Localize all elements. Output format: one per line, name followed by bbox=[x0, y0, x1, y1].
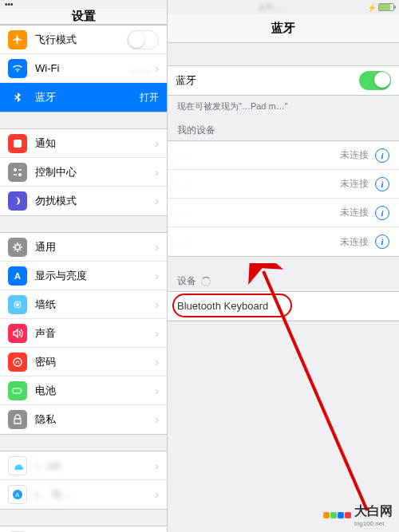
sidebar-item-display[interactable]: A显示与亮度› bbox=[0, 262, 167, 290]
status-time: 上午… bbox=[258, 2, 282, 13]
chevron-right-icon: › bbox=[155, 459, 159, 472]
paired-device-row[interactable]: … 未连接 i bbox=[168, 199, 399, 227]
sidebar-item-passcode[interactable]: 密码› bbox=[0, 348, 167, 376]
spinner-icon bbox=[201, 277, 211, 286]
charging-icon: ⚡ bbox=[367, 3, 377, 12]
chevron-right-icon: › bbox=[155, 62, 159, 75]
svg-point-7 bbox=[14, 358, 22, 366]
sidebar-label: i…ud bbox=[35, 459, 150, 471]
paired-device-row[interactable]: … 未连接 i bbox=[168, 141, 399, 170]
sidebar-item-wallpaper[interactable]: 墙纸› bbox=[0, 290, 167, 319]
carrier-dots: ••• bbox=[5, 0, 14, 9]
sidebar-item-mail[interactable]: 邮…、通讯录、日历› bbox=[0, 526, 167, 532]
bluetooth-label: 蓝牙 bbox=[176, 73, 359, 88]
bluetooth-toggle-row[interactable]: 蓝牙 bbox=[168, 66, 399, 95]
display-icon: A bbox=[8, 266, 27, 286]
chevron-right-icon: › bbox=[155, 166, 159, 179]
bluetooth-toggle-on[interactable] bbox=[359, 71, 391, 90]
device-name: … bbox=[177, 207, 340, 219]
chevron-right-icon: › bbox=[155, 384, 159, 397]
found-device-row[interactable]: Bluetooth Keyboard bbox=[168, 292, 399, 321]
svg-point-3 bbox=[15, 245, 20, 250]
airplane-toggle[interactable] bbox=[127, 30, 159, 49]
sidebar-label: 勿扰模式 bbox=[35, 194, 150, 208]
chevron-right-icon: › bbox=[155, 270, 159, 282]
info-icon[interactable]: i bbox=[375, 206, 389, 220]
sidebar-item-bluetooth[interactable]: 蓝牙打开 bbox=[0, 83, 167, 112]
svg-point-2 bbox=[18, 173, 22, 176]
sidebar-item-sound[interactable]: 声音› bbox=[0, 319, 167, 348]
paired-device-row[interactable]: … 未连接 i bbox=[168, 227, 399, 256]
info-icon[interactable]: i bbox=[375, 234, 389, 249]
sidebar-label: 隐私 bbox=[35, 412, 150, 427]
sidebar-label: 声音 bbox=[35, 326, 150, 341]
status-bar-left: ••• bbox=[0, 0, 167, 9]
sidebar-value: 打开 bbox=[140, 91, 159, 104]
chevron-right-icon: › bbox=[155, 298, 159, 311]
appstore-icon: A bbox=[8, 485, 27, 504]
airplane-icon bbox=[8, 30, 27, 49]
sound-icon bbox=[8, 324, 27, 343]
icloud-icon bbox=[8, 456, 27, 475]
sidebar-label: 电池 bbox=[35, 384, 150, 398]
chevron-right-icon: › bbox=[155, 488, 159, 501]
svg-rect-9 bbox=[22, 390, 22, 392]
wifi-icon bbox=[8, 59, 27, 78]
info-icon[interactable]: i bbox=[375, 148, 389, 163]
devices-header: 设备 bbox=[177, 274, 196, 288]
privacy-icon bbox=[8, 410, 27, 429]
device-name: … bbox=[177, 236, 340, 248]
sidebar-item-icloud[interactable]: i…ud› bbox=[0, 451, 167, 480]
sidebar-item-notif[interactable]: 通知› bbox=[0, 129, 167, 158]
sidebar-label: 通知 bbox=[35, 136, 150, 151]
sidebar-item-privacy[interactable]: 隐私› bbox=[0, 405, 167, 434]
paired-device-row[interactable]: … 未连接 i bbox=[168, 170, 399, 199]
device-status: 未连接 bbox=[340, 206, 369, 219]
device-name: … bbox=[177, 178, 340, 190]
passcode-icon bbox=[8, 353, 27, 372]
sidebar-label: 通用 bbox=[35, 240, 150, 254]
info-icon[interactable]: i bbox=[375, 177, 389, 191]
control-icon bbox=[8, 163, 27, 182]
chevron-right-icon: › bbox=[155, 195, 159, 207]
watermark-brand: 大白网 bbox=[354, 504, 393, 518]
battery-icon bbox=[378, 3, 394, 11]
general-icon bbox=[8, 238, 27, 257]
svg-rect-0 bbox=[14, 140, 22, 148]
sidebar-item-battery[interactable]: 电池› bbox=[0, 376, 167, 405]
watermark: 大白网 big100.net bbox=[323, 503, 393, 527]
device-status: 未连接 bbox=[340, 177, 369, 191]
chevron-right-icon: › bbox=[155, 356, 159, 368]
chevron-right-icon: › bbox=[155, 413, 159, 426]
settings-sidebar: ••• 设置 飞行模式Wi-Fi……›蓝牙打开通知›控制中心›勿扰模式›通用›A… bbox=[0, 0, 168, 532]
device-status: 未连接 bbox=[340, 148, 369, 162]
sidebar-label: 显示与亮度 bbox=[35, 269, 150, 283]
bluetooth-pane: 上午… ⚡ 蓝牙 蓝牙 现在可被发现为"…Pad m…" 我的设备 … 未连接 … bbox=[168, 0, 399, 532]
dnd-icon bbox=[8, 191, 27, 211]
status-bar-right: 上午… ⚡ bbox=[168, 0, 399, 14]
sidebar-item-airplane[interactable]: 飞行模式 bbox=[0, 26, 167, 54]
sidebar-item-wifi[interactable]: Wi-Fi……› bbox=[0, 54, 167, 83]
sidebar-label: 密码 bbox=[35, 355, 150, 369]
sidebar-label: i… 与 … bbox=[35, 487, 150, 502]
svg-text:A: A bbox=[15, 491, 20, 499]
svg-text:A: A bbox=[14, 271, 21, 281]
sidebar-label: 蓝牙 bbox=[35, 90, 140, 104]
discoverable-text: 现在可被发现为"…Pad m…" bbox=[168, 96, 399, 112]
chevron-right-icon: › bbox=[155, 327, 159, 340]
bluetooth-icon bbox=[8, 88, 27, 107]
sidebar-label: 控制中心 bbox=[35, 165, 150, 179]
device-name: … bbox=[177, 149, 340, 161]
sidebar-value: …… bbox=[131, 63, 150, 74]
svg-rect-8 bbox=[13, 388, 21, 393]
sidebar-item-general[interactable]: 通用› bbox=[0, 233, 167, 262]
watermark-url: big100.net bbox=[354, 520, 393, 527]
notif-icon bbox=[8, 134, 27, 153]
found-device-name: Bluetooth Keyboard bbox=[177, 300, 389, 312]
sidebar-item-appstore[interactable]: Ai… 与 …› bbox=[0, 480, 167, 509]
sidebar-item-control[interactable]: 控制中心› bbox=[0, 158, 167, 187]
my-devices-header: 我的设备 bbox=[168, 112, 399, 140]
battery-icon bbox=[8, 381, 27, 400]
sidebar-item-dnd[interactable]: 勿扰模式› bbox=[0, 187, 167, 215]
svg-point-1 bbox=[14, 168, 17, 171]
